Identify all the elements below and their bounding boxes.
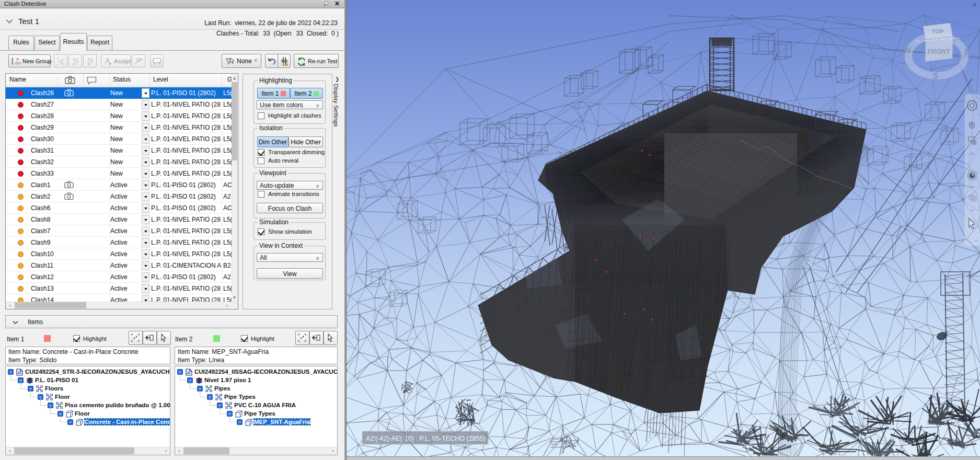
svg-text:FRONT: FRONT <box>927 48 950 55</box>
svg-text:✕: ✕ <box>972 2 977 8</box>
svg-text:E: E <box>965 48 971 56</box>
svg-text:W: W <box>903 46 912 55</box>
svg-text:A2'(-42)-AE(-10) : P.L. 05-TEC: A2'(-42)-AE(-10) : P.L. 05-TECHO (2855) <box>366 435 486 442</box>
svg-text:TOP: TOP <box>931 28 944 34</box>
svg-text:S: S <box>933 72 939 80</box>
